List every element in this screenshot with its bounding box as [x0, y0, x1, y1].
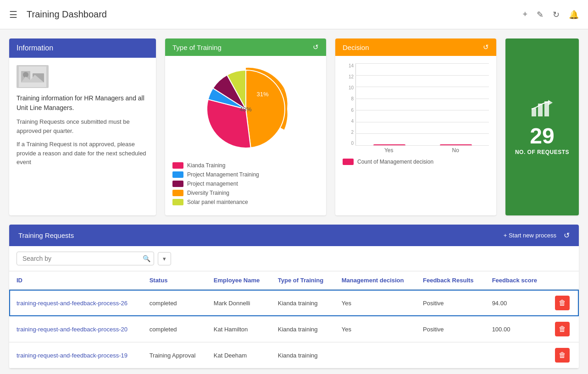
cell-feedback-score: 94.00	[485, 290, 548, 316]
edit-icon[interactable]: ✎	[537, 10, 544, 20]
table-body: training-request-and-feedback-process-26…	[9, 290, 579, 368]
decision-header: Decision ↺	[335, 38, 496, 56]
table-row: training-request-and-feedback-process-26…	[9, 290, 579, 316]
legend-item-diversity: Diversity Training	[172, 190, 319, 196]
cell-delete: 🗑	[548, 342, 579, 368]
training-section: Training Requests + Start new process ↺ …	[9, 225, 579, 368]
y-tick-2: 2	[351, 130, 354, 135]
col-id: ID	[9, 271, 142, 290]
legend-item-solar: Solar panel maintenance	[172, 199, 319, 205]
y-tick-4: 4	[351, 119, 354, 124]
requests-icon	[515, 99, 569, 121]
col-training-type: Type of Training	[271, 271, 334, 290]
cell-feedback-score	[485, 342, 548, 368]
col-mgmt-decision: Management decision	[334, 271, 416, 290]
menu-icon[interactable]: ☰	[9, 9, 17, 20]
type-of-training-title: Type of Training	[172, 44, 222, 51]
legend-color-diversity	[172, 190, 183, 196]
table-row: training-request-and-feedback-process-19…	[9, 342, 579, 368]
col-status: Status	[142, 271, 206, 290]
bar-yes	[373, 144, 405, 145]
decision-refresh[interactable]: ↺	[483, 43, 489, 51]
row-id-link[interactable]: training-request-and-feedback-process-19	[17, 352, 128, 359]
cell-id: training-request-and-feedback-process-19	[9, 342, 142, 368]
delete-row-button[interactable]: 🗑	[555, 348, 570, 363]
col-feedback-results: Feedback Results	[416, 271, 485, 290]
decision-title: Decision	[343, 44, 369, 51]
pie-chart-container: 48% 31% Kianda Training Proj	[172, 63, 319, 208]
y-tick-10: 10	[349, 85, 354, 90]
pie-chart: 48% 31%	[200, 63, 292, 155]
table-wrapper: ID Status Employee Name Type of Training…	[9, 271, 579, 368]
cell-employee: Mark Donnelli	[206, 290, 271, 316]
cell-status: Training Approval	[142, 342, 206, 368]
cell-training-type: Kianda training	[271, 342, 334, 368]
table-header: ID Status Employee Name Type of Training…	[9, 271, 579, 290]
cell-feedback-score: 100.00	[485, 316, 548, 342]
col-actions	[548, 271, 579, 290]
legend-label-solar: Solar panel maintenance	[187, 199, 248, 205]
legend-color-solar	[172, 199, 183, 205]
refresh-icon[interactable]: ↻	[553, 10, 560, 20]
y-tick-8: 8	[351, 96, 354, 101]
bar-legend-color	[343, 159, 354, 165]
training-header-title: Training Requests	[18, 231, 74, 239]
requests-inner: 29 NO. OF REQUESTS	[515, 99, 569, 155]
row-id-link[interactable]: training-request-and-feedback-process-20	[17, 326, 128, 333]
row-id-link[interactable]: training-request-and-feedback-process-26	[17, 300, 128, 307]
svg-marker-8	[548, 100, 553, 105]
info-text-1: Training information for HR Managers and…	[17, 94, 149, 113]
add-icon[interactable]: +	[522, 10, 527, 19]
y-tick-0: 0	[351, 141, 354, 146]
search-icon[interactable]: 🔍	[143, 255, 150, 262]
legend-color-kianda	[172, 162, 183, 169]
legend-label-pm-training: Project Management Training	[187, 171, 259, 178]
y-tick-6: 6	[351, 108, 354, 113]
delete-row-button[interactable]: 🗑	[555, 296, 570, 310]
type-of-training-card: Type of Training ↺	[165, 38, 326, 215]
cell-training-type: Kianda training	[271, 316, 334, 342]
legend-item-pm-training: Project Management Training	[172, 171, 319, 178]
cell-mgmt-decision: Yes	[334, 290, 416, 316]
cell-status: completed	[142, 290, 206, 316]
cell-training-type: Kianda training	[271, 290, 334, 316]
table-row: training-request-and-feedback-process-20…	[9, 316, 579, 342]
cell-id: training-request-and-feedback-process-26	[9, 290, 142, 316]
header: ☰ Training Dashboard + ✎ ↻ 🔔	[0, 0, 588, 29]
legend-color-pm-training	[172, 171, 183, 178]
main-content: Information Training information for HR …	[0, 29, 588, 374]
cell-mgmt-decision	[334, 342, 416, 368]
info-text-3: If a Training Request is not approved, p…	[17, 140, 149, 167]
bar-label-no: No	[452, 147, 459, 154]
pie-legend: Kianda Training Project Management Train…	[172, 162, 319, 208]
training-header: Training Requests + Start new process ↺	[9, 225, 579, 246]
cell-feedback-results	[416, 342, 485, 368]
y-tick-12: 12	[349, 74, 354, 79]
type-of-training-refresh[interactable]: ↺	[313, 43, 319, 51]
information-card: Information Training information for HR …	[9, 38, 156, 215]
bell-icon[interactable]: 🔔	[569, 10, 579, 20]
training-refresh-icon[interactable]: ↺	[564, 231, 570, 240]
search-input[interactable]	[17, 252, 154, 265]
cell-delete: 🗑	[548, 316, 579, 342]
delete-row-button[interactable]: 🗑	[555, 322, 570, 336]
page-title: Training Dashboard	[27, 9, 522, 20]
cell-id: training-request-and-feedback-process-20	[9, 316, 142, 342]
cell-mgmt-decision: Yes	[334, 316, 416, 342]
info-text-2: Training Requests once submitted must be…	[17, 117, 149, 135]
search-dropdown-button[interactable]: ▾	[158, 252, 171, 265]
legend-color-pm	[172, 181, 183, 187]
search-bar: 🔍 ▾	[9, 246, 579, 271]
col-employee: Employee Name	[206, 271, 271, 290]
cell-employee: Kat Hamilton	[206, 316, 271, 342]
decision-card: Decision ↺ 14 12 10 8 6 4 2	[335, 38, 496, 215]
training-table: ID Status Employee Name Type of Training…	[9, 271, 579, 368]
cell-delete: 🗑	[548, 290, 579, 316]
legend-label-diversity: Diversity Training	[187, 190, 229, 196]
legend-label-kianda: Kianda Training	[187, 162, 225, 169]
bar-legend-label: Count of Management decision	[357, 159, 433, 165]
start-new-process-button[interactable]: + Start new process	[504, 232, 556, 239]
cell-feedback-results: Positive	[416, 316, 485, 342]
information-card-body: Training information for HR Managers and…	[9, 58, 156, 179]
training-header-actions: + Start new process ↺	[504, 231, 570, 240]
